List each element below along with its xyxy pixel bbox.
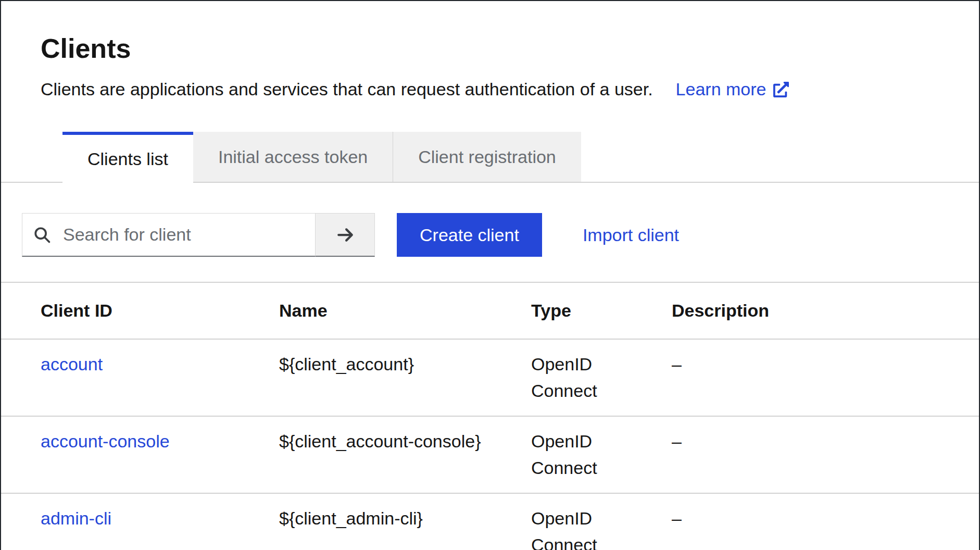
table-header-row: Client ID Name Type Description xyxy=(0,283,980,340)
tab-client-registration[interactable]: Client registration xyxy=(393,132,581,182)
search-box xyxy=(22,213,316,257)
clients-table: Client ID Name Type Description account … xyxy=(0,283,980,550)
client-description: – xyxy=(672,340,980,416)
client-type: OpenID Connect xyxy=(531,494,672,550)
client-id-link[interactable]: account xyxy=(41,354,103,374)
import-client-link[interactable]: Import client xyxy=(583,225,679,245)
column-header-client-id: Client ID xyxy=(41,283,279,339)
table-row: account ${client_account} OpenID Connect… xyxy=(0,340,980,417)
column-header-type: Type xyxy=(531,283,672,339)
clients-toolbar: Create client Import client xyxy=(0,183,980,283)
client-description: – xyxy=(672,494,980,550)
search-submit-button[interactable] xyxy=(316,213,375,257)
client-name: ${client_account} xyxy=(279,340,531,416)
learn-more-label: Learn more xyxy=(676,79,767,99)
page-header: Clients Clients are applications and ser… xyxy=(0,0,980,103)
column-header-name: Name xyxy=(279,283,531,339)
tab-initial-access-token-label: Initial access token xyxy=(218,147,368,167)
client-id-link[interactable]: account-console xyxy=(41,431,170,451)
tab-client-registration-label: Client registration xyxy=(418,147,556,167)
page-subtitle-row: Clients are applications and services th… xyxy=(41,76,939,103)
learn-more-link[interactable]: Learn more xyxy=(676,79,789,99)
arrow-right-icon xyxy=(335,226,355,244)
client-id-link[interactable]: admin-cli xyxy=(41,508,111,528)
client-description: – xyxy=(672,417,980,493)
table-row: admin-cli ${client_admin-cli} OpenID Con… xyxy=(0,494,980,550)
create-client-button[interactable]: Create client xyxy=(397,213,542,257)
tabs-left-spacer xyxy=(0,132,62,182)
external-link-icon xyxy=(773,82,789,97)
page-subtitle: Clients are applications and services th… xyxy=(41,76,653,103)
page-title: Clients xyxy=(41,32,939,65)
client-type: OpenID Connect xyxy=(531,417,672,493)
client-type: OpenID Connect xyxy=(531,340,672,416)
tab-clients-list[interactable]: Clients list xyxy=(62,132,193,183)
client-name: ${client_account-console} xyxy=(279,417,531,493)
tabs-bar: Clients list Initial access token Client… xyxy=(0,132,980,183)
tab-clients-list-label: Clients list xyxy=(87,149,168,169)
column-header-description: Description xyxy=(672,283,980,339)
search-group xyxy=(22,213,375,257)
client-name: ${client_admin-cli} xyxy=(279,494,531,550)
tab-initial-access-token[interactable]: Initial access token xyxy=(193,132,393,182)
search-input[interactable] xyxy=(22,213,316,257)
table-row: account-console ${client_account-console… xyxy=(0,417,980,494)
